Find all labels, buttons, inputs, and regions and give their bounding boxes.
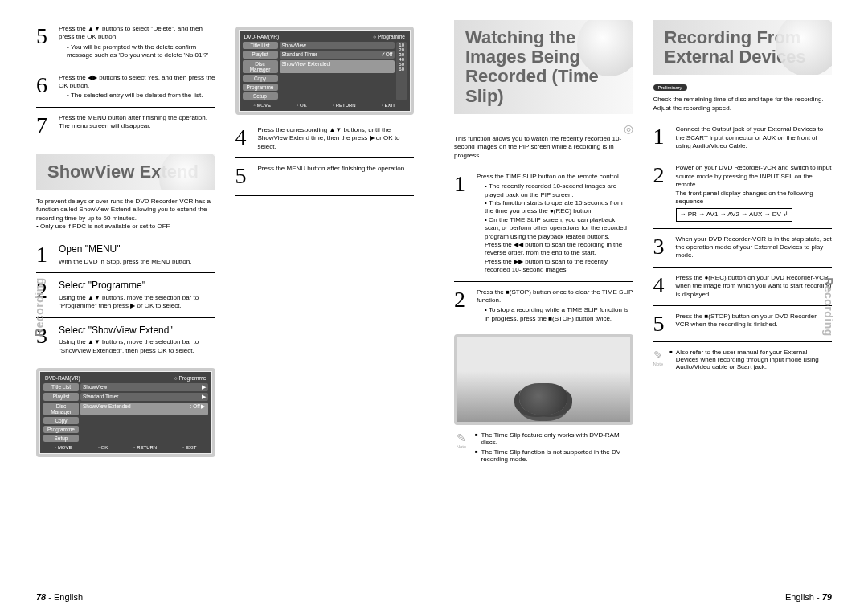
note-item: The Time Slip feature only works with DV… bbox=[481, 431, 633, 446]
step-num: 1 bbox=[36, 243, 59, 266]
side-label-rest: ecording bbox=[822, 285, 835, 336]
rule bbox=[235, 195, 415, 196]
right-columns: Watching the Images Being Recorded (Time… bbox=[454, 20, 832, 465]
step-body: Select "Programme" Using the ▲▼ buttons,… bbox=[59, 280, 215, 310]
osd-inner: DVD-RAM(VR) ○ Programme Title ListShowVi… bbox=[40, 372, 211, 453]
osd-header: DVD-RAM(VR) ○ Programme bbox=[243, 34, 407, 41]
step-text: When your DVD Recorder-VCR is in the sto… bbox=[676, 235, 833, 260]
side-label-right: Recording bbox=[822, 277, 835, 337]
intro-text: Check the remaining time of disc and tap… bbox=[653, 96, 833, 112]
step-num: 5 bbox=[235, 165, 258, 187]
step-6: 6 Press the ◀▶ buttons to select Yes, an… bbox=[36, 69, 215, 108]
spread: Recording 5 Press the ▲▼ buttons to sele… bbox=[0, 0, 868, 613]
osd-option-list: 10 20 30 40 50 60 bbox=[396, 42, 407, 100]
step-body: Press the TIME SLIP button on the remote… bbox=[477, 173, 633, 275]
banner-time-slip: Watching the Images Being Recorded (Time… bbox=[454, 20, 633, 114]
step-4: 4 Press the corresponding ▲▼ buttons, un… bbox=[235, 121, 415, 158]
osd-cell: Playlist bbox=[43, 393, 79, 401]
intro-text: To prevent delays or over-runs the DVD R… bbox=[36, 198, 215, 231]
left-columns: 5 Press the ▲▼ buttons to select "Delete… bbox=[36, 20, 414, 464]
osd-foot: OK bbox=[98, 445, 108, 450]
step-5: 5 Press the ▲▼ buttons to select "Delete… bbox=[36, 20, 215, 67]
sequence-box: → PR → AV1 → AV2 → AUX → DV ↲ bbox=[676, 208, 793, 221]
osd-cell: Title List bbox=[43, 383, 79, 391]
footer-right: English - 79 bbox=[785, 592, 832, 602]
step-bullet: The selected entry will be deleted from … bbox=[67, 92, 215, 100]
osd-cell: Copy bbox=[243, 75, 278, 82]
intro-text: This function allows you to watch the re… bbox=[454, 135, 633, 160]
step-num: 4 bbox=[235, 126, 258, 149]
right-col-a: Watching the Images Being Recorded (Time… bbox=[454, 20, 633, 465]
step-bullet: This function starts to operate 10 secon… bbox=[485, 199, 633, 216]
osd-cell: Disc Manager bbox=[43, 403, 79, 415]
step-text: Press the ■(STOP) button once to clear t… bbox=[477, 288, 633, 305]
osd-inner: DVD-RAM(VR) ○ Programme Title ListShowVi… bbox=[240, 31, 411, 111]
banner-title: Watching the Images Being Recorded (Time… bbox=[465, 28, 622, 106]
step-body: Power on your DVD Recorder-VCR and switc… bbox=[676, 164, 833, 221]
footer-left: 78 - English bbox=[36, 592, 83, 602]
step-text: Press the ●(REC) button on your DVD Reco… bbox=[676, 274, 833, 299]
osd-header-right: Programme bbox=[378, 34, 405, 39]
footer-sep: - bbox=[46, 592, 54, 602]
side-label-accent: R bbox=[822, 277, 835, 286]
step-2-programme: 2 Select "Programme" Using the ▲▼ button… bbox=[36, 275, 215, 317]
step-body: Press the ■(STOP) button once to clear t… bbox=[477, 288, 633, 324]
osd-header-left: DVD-RAM(VR) bbox=[244, 34, 280, 39]
note-block: ✎ Note Also refer to the user manual for… bbox=[653, 349, 833, 373]
note-icon: ✎ Note bbox=[653, 349, 664, 373]
banner-title: Recording From External Devices bbox=[665, 28, 821, 67]
osd-screenshot-bottom: DVD-RAM(VR) ○ Programme Title ListShowVi… bbox=[36, 368, 215, 457]
footer-sep: - bbox=[814, 592, 822, 602]
left-col-b: DVD-RAM(VR) ○ Programme Title ListShowVi… bbox=[235, 20, 415, 464]
osd-header: DVD-RAM(VR) ○ Programme bbox=[43, 375, 208, 382]
pill-preliminary: Preliminary bbox=[653, 84, 687, 91]
step-text: With the DVD in Stop, press the MENU but… bbox=[59, 258, 215, 266]
osd-cell: Setup bbox=[243, 92, 278, 100]
step-num: 5 bbox=[653, 313, 676, 335]
step-7: 7 Press the MENU button after finishing … bbox=[36, 109, 215, 143]
step-text: Power on your DVD Recorder-VCR and switc… bbox=[676, 164, 833, 206]
osd-foot: EXIT bbox=[182, 445, 196, 450]
intro-bullet: Only use if PDC is not available or set … bbox=[40, 223, 171, 230]
note-body: The Time Slip feature only works with DV… bbox=[475, 431, 633, 465]
step-text: Using the ▲▼ buttons, move the selection… bbox=[59, 338, 215, 355]
osd-cell: ShowView Extended bbox=[282, 61, 330, 72]
osd-opt: 60 bbox=[399, 67, 404, 72]
step-ext-3: 3 When your DVD Recorder-VCR is in the s… bbox=[653, 231, 833, 268]
osd-cell: Title List bbox=[243, 42, 278, 49]
step-bullet: You will be prompted with the delete con… bbox=[67, 43, 215, 60]
step-1-menu: 1 Open "MENU" With the DVD in Stop, pres… bbox=[36, 239, 215, 273]
page-number: 78 bbox=[36, 592, 46, 602]
step-body: Press the ◀▶ buttons to select Yes, and … bbox=[59, 74, 215, 100]
step-head: Select "ShowView Extend" bbox=[59, 325, 215, 337]
step-text: Press the corresponding ▲▼ buttons, unti… bbox=[258, 126, 415, 151]
step-ext-4: 4 Press the ●(REC) button on your DVD Re… bbox=[653, 269, 833, 306]
step-ts-1: 1 Press the TIME SLIP button on the remo… bbox=[454, 168, 633, 282]
osd-cell: ShowView bbox=[83, 384, 107, 390]
intro-main: To prevent delays or over-runs the DVD R… bbox=[36, 198, 211, 222]
step-num: 7 bbox=[36, 114, 59, 137]
banner-showview-extend: ShowView Extend bbox=[36, 154, 215, 190]
osd-foot: OK bbox=[297, 103, 306, 108]
footer-lang: English bbox=[785, 592, 814, 602]
note-body: Also refer to the user manual for your E… bbox=[669, 349, 832, 373]
step-5b: 5 Press the MENU button after finishing … bbox=[235, 160, 415, 194]
step-ext-5: 5 Press the ■(STOP) button on your DVD R… bbox=[653, 308, 833, 342]
step-body: Open "MENU" With the DVD in Stop, press … bbox=[59, 243, 215, 266]
step-num: 2 bbox=[653, 164, 676, 186]
note-label: Note bbox=[653, 362, 664, 366]
step-text: Using the ▲▼ buttons, move the selection… bbox=[59, 294, 215, 311]
step-3-svextend: 3 Select "ShowView Extend" Using the ▲▼ … bbox=[36, 320, 215, 362]
note-label: Note bbox=[454, 444, 469, 449]
page-right: Recording Watching the Images Being Reco… bbox=[434, 0, 868, 613]
step-text: Press the ■(STOP) button on your DVD Rec… bbox=[676, 313, 833, 329]
step-ext-1: 1 Connect the Output jack of your Extern… bbox=[653, 121, 833, 157]
pencil-icon: ✎ bbox=[653, 349, 663, 362]
step-num: 5 bbox=[36, 25, 59, 47]
note-block: ✎ Note The Time Slip feature only works … bbox=[454, 431, 633, 465]
step-ext-2: 2 Power on your DVD Recorder-VCR and swi… bbox=[653, 159, 833, 228]
note-icon: ✎ Note bbox=[454, 431, 469, 465]
step-text: Press the ▲▼ buttons to select "Delete",… bbox=[59, 25, 215, 42]
osd-cell: Standard Timer bbox=[83, 394, 118, 400]
step-num: 2 bbox=[454, 288, 477, 311]
